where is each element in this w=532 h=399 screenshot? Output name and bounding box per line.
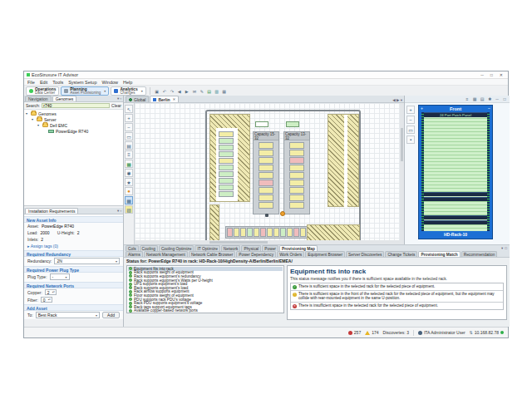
forward-icon[interactable]: ▶ — [184, 88, 190, 95]
rack-cell[interactable] — [240, 228, 246, 237]
map-tab-global[interactable]: Global — [126, 96, 149, 102]
rack-cell[interactable] — [259, 165, 273, 171]
operations-button[interactable]: Operations Data Center — [26, 86, 59, 96]
floor-equipment-box[interactable] — [286, 121, 299, 127]
planning-dropdown-icon[interactable]: ▾ — [104, 89, 106, 93]
alerts-icon[interactable]: ● — [125, 187, 133, 195]
minimize-panel-icon[interactable]: ─ — [494, 96, 500, 102]
rack-cell[interactable] — [280, 228, 286, 237]
assign-tags-link[interactable]: ▸ Assign tags (0) — [24, 243, 123, 249]
tab-network-cable-browser[interactable]: Network Cable Browser — [189, 251, 235, 257]
grid-icon[interactable]: ▦ — [471, 96, 478, 102]
select-tool-icon[interactable]: ↖ — [125, 105, 133, 113]
stepper-arrows-icon[interactable]: ▴▾ — [52, 291, 56, 293]
rack-cell[interactable] — [287, 228, 293, 237]
maximize-button[interactable]: □ — [488, 72, 495, 77]
tab-installation-requirements[interactable]: Installation Requirements — [25, 208, 78, 214]
rack-cell[interactable] — [219, 131, 234, 137]
rack-cell[interactable] — [289, 157, 304, 164]
layers-icon[interactable]: ≡ — [125, 150, 133, 159]
edit-icon[interactable]: ✎ — [199, 88, 205, 95]
menu-help[interactable]: Help — [123, 80, 132, 85]
fiber-stepper[interactable]: 0 ▴▾ — [41, 297, 52, 303]
rack-cell[interactable] — [234, 228, 239, 237]
report-icon[interactable]: ▤ — [479, 96, 485, 102]
list-icon[interactable]: ≡ — [464, 96, 470, 102]
rack-cell[interactable] — [259, 142, 273, 149]
check-item-available-copper-based-network-ports[interactable]: ✓Available copper-based network ports — [128, 309, 283, 313]
rack-cell[interactable] — [219, 151, 234, 157]
rack-cell[interactable] — [259, 180, 273, 186]
menu-system-setup[interactable]: System Setup — [68, 80, 96, 85]
tab-work-orders[interactable]: Work Orders — [277, 251, 304, 257]
rack-cell[interactable] — [259, 195, 273, 201]
rack-cell[interactable] — [259, 172, 273, 179]
provisioning-view-icon[interactable]: ▦ — [125, 196, 133, 204]
placement-marker[interactable] — [280, 211, 285, 216]
view-tab-cooling-optimize[interactable]: Cooling Optimize — [159, 245, 195, 251]
rack-cell[interactable] — [219, 171, 234, 177]
rack-cell[interactable] — [300, 228, 306, 237]
error-count[interactable]: 257 — [348, 330, 361, 335]
warning-count[interactable]: 174 — [365, 330, 378, 335]
menu-window[interactable]: Window — [101, 80, 118, 85]
redo-icon[interactable]: ↷ — [169, 88, 175, 95]
minimize-button[interactable]: ─ — [478, 72, 486, 77]
zoom-out-icon[interactable]: − — [125, 123, 133, 131]
rack-cell[interactable] — [219, 185, 234, 190]
rack-cell[interactable] — [259, 202, 273, 209]
rack-cell[interactable] — [267, 228, 273, 237]
rack-cell[interactable] — [259, 157, 273, 164]
grid-green-icon[interactable]: ▦ — [221, 88, 228, 95]
rack-cell[interactable] — [289, 172, 304, 179]
zoom-in-icon[interactable]: + — [421, 106, 423, 111]
zoom-in-icon[interactable]: + — [125, 114, 133, 122]
tree-node-poweredge-r740[interactable]: PowerEdge R740 — [24, 128, 123, 134]
map-tab-berlin[interactable]: Berlin✕ — [150, 96, 179, 102]
doc-teal-icon[interactable]: ▥ — [214, 88, 220, 95]
undo-icon[interactable]: ↶ — [161, 88, 168, 95]
mail-icon[interactable]: ✉ — [191, 88, 198, 95]
rack-group-b[interactable]: Capacity 13-32 — [283, 131, 310, 214]
snapshot-icon[interactable]: ▪ — [406, 135, 415, 144]
tree-node-genomes[interactable]: ▾Genomes — [24, 111, 123, 116]
plug-type-select[interactable]: - ▾ — [50, 273, 70, 280]
equipment-bar[interactable] — [424, 197, 487, 201]
tab-server-discoveries[interactable]: Server Discoveries — [346, 251, 384, 257]
redundancy-select[interactable]: 2N ▾ — [54, 258, 120, 264]
rack-elevation[interactable]: + Front − 24 Port Patch Panel HD-Rack-10 — [418, 105, 493, 239]
tab-power-dependency[interactable]: Power Dependency — [236, 251, 276, 257]
patch-panel-bar[interactable]: 24 Port Patch Panel — [424, 112, 487, 117]
doc-green-icon[interactable]: ▤ — [206, 88, 213, 95]
rack-cell[interactable] — [219, 191, 234, 197]
rack-group-a[interactable]: Capacity 15-32 — [253, 131, 279, 214]
rack-cell[interactable] — [219, 138, 234, 144]
tree-node-server[interactable]: ▾Server — [24, 116, 123, 122]
planning-button[interactable]: Planning Asset Provisioning ▾ — [61, 86, 109, 96]
rack-cell[interactable] — [260, 228, 266, 237]
tab-change-tickets[interactable]: Change Tickets — [385, 251, 417, 257]
settings-icon[interactable]: ✱ — [125, 169, 133, 177]
discoveries-status[interactable]: Discoveries: 3 — [383, 330, 409, 335]
search-input[interactable] — [42, 103, 110, 108]
tab-network-management[interactable]: Network Management — [144, 251, 188, 257]
expand-arrow-icon[interactable]: ▾ — [32, 117, 35, 121]
maximize-panel-icon[interactable]: □ — [501, 96, 508, 102]
close-tab-icon[interactable]: ✕ — [173, 97, 175, 101]
tab-alarms[interactable]: Alarms — [126, 251, 143, 257]
print-icon[interactable]: ▤ — [125, 141, 133, 150]
rack-cell[interactable] — [247, 228, 253, 237]
rack-cell[interactable] — [227, 228, 233, 237]
zoom-out-icon[interactable]: − — [406, 116, 415, 124]
floor-plan-canvas[interactable]: Capacity 15-32 Capacity 13-32 — [135, 103, 404, 244]
rack-cell[interactable] — [289, 202, 304, 209]
zoom-in-icon[interactable]: + — [406, 106, 415, 114]
menu-tools[interactable]: Tools — [52, 80, 63, 85]
rack-cell[interactable] — [289, 187, 304, 194]
view-tab-provisioning-map[interactable]: Provisioning Map — [279, 245, 318, 251]
rack-cell[interactable] — [293, 228, 299, 237]
analytics-button[interactable]: Analytics Changes ▾ — [111, 86, 145, 96]
view-tab-cooling[interactable]: Cooling — [140, 245, 158, 251]
add-button[interactable]: Add — [102, 312, 120, 318]
tags-icon[interactable]: ★ — [125, 178, 133, 186]
